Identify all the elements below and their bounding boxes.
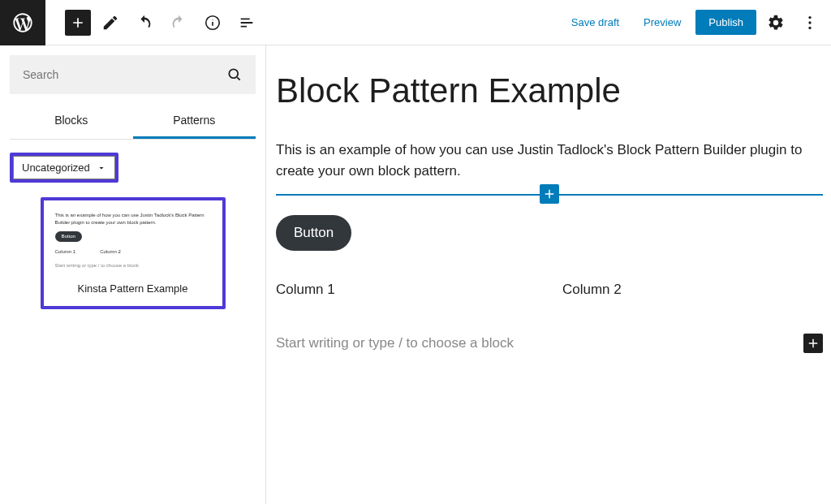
columns-block[interactable]: Column 1 Column 2	[276, 282, 823, 298]
default-block-appender[interactable]: Start writing or type / to choose a bloc…	[276, 334, 823, 353]
thumb-paragraph: This is an example of how you can use Ju…	[55, 212, 211, 226]
pattern-preview-card[interactable]: This is an example of how you can use Ju…	[44, 200, 222, 306]
plus-icon	[542, 187, 557, 201]
plus-icon	[70, 15, 86, 31]
thumb-button: Button	[55, 231, 82, 242]
inline-add-block-button[interactable]	[540, 184, 559, 204]
appender-add-button[interactable]	[803, 334, 823, 353]
save-draft-button[interactable]: Save draft	[562, 10, 629, 35]
search-input[interactable]	[23, 68, 226, 81]
pattern-category-dropdown[interactable]: Uncategorized	[13, 156, 115, 179]
gear-icon	[767, 14, 785, 32]
annotation-pattern-highlight: This is an example of how you can use Ju…	[41, 197, 226, 309]
redo-icon	[170, 14, 187, 32]
publish-button[interactable]: Publish	[695, 10, 756, 35]
editor-canvas[interactable]: Block Pattern Example This is an example…	[266, 45, 831, 504]
more-options-button[interactable]	[795, 8, 825, 37]
appender-placeholder: Start writing or type / to choose a bloc…	[276, 335, 514, 351]
svg-point-5	[808, 26, 811, 28]
thumb-placeholder: Start writing or type / to choose a bloc…	[55, 262, 211, 269]
editor-top-toolbar: Save draft Preview Publish	[0, 0, 831, 45]
post-title[interactable]: Block Pattern Example	[276, 71, 823, 110]
editor-body: Blocks Patterns Uncategorized This is an…	[0, 45, 831, 504]
toolbar-left-group	[45, 8, 261, 37]
edit-mode-button[interactable]	[96, 8, 125, 37]
pencil-icon	[101, 14, 119, 32]
preview-button[interactable]: Preview	[634, 10, 691, 35]
redo-button[interactable]	[164, 8, 193, 37]
block-inserter-sidebar: Blocks Patterns Uncategorized This is an…	[0, 45, 266, 504]
undo-icon	[136, 14, 153, 32]
outline-button[interactable]	[232, 8, 261, 37]
svg-point-4	[808, 21, 811, 24]
svg-point-3	[808, 15, 811, 18]
column-2[interactable]: Column 2	[562, 282, 823, 298]
toolbar-right-group: Save draft Preview Publish	[562, 8, 831, 37]
add-block-button[interactable]	[65, 10, 91, 36]
chevron-down-icon	[97, 163, 106, 173]
thumb-col1: Column 1	[55, 248, 76, 256]
info-icon	[204, 14, 222, 32]
tab-patterns[interactable]: Patterns	[133, 104, 256, 139]
column-1[interactable]: Column 1	[276, 282, 536, 298]
block-insertion-point	[276, 194, 823, 196]
annotation-category-highlight: Uncategorized	[10, 153, 118, 183]
more-vertical-icon	[801, 14, 819, 32]
wordpress-logo[interactable]	[0, 0, 45, 45]
search-icon	[226, 67, 243, 83]
pattern-caption: Kinsta Pattern Example	[50, 274, 216, 299]
svg-line-7	[237, 77, 239, 80]
pattern-thumbnail: This is an example of how you can use Ju…	[50, 207, 216, 274]
plus-icon	[806, 336, 820, 351]
settings-button[interactable]	[761, 8, 790, 37]
svg-point-6	[229, 69, 238, 78]
dropdown-label: Uncategorized	[22, 162, 90, 174]
block-search-box[interactable]	[10, 55, 256, 94]
wordpress-icon	[11, 11, 34, 34]
info-button[interactable]	[198, 8, 227, 37]
undo-button[interactable]	[130, 8, 159, 37]
paragraph-block[interactable]: This is an example of how you can use Ju…	[276, 140, 823, 183]
inserter-tabs: Blocks Patterns	[10, 104, 256, 140]
button-block[interactable]: Button	[276, 215, 351, 251]
tab-blocks[interactable]: Blocks	[10, 104, 133, 139]
thumb-col2: Column 2	[100, 248, 121, 256]
outline-icon	[238, 14, 256, 32]
